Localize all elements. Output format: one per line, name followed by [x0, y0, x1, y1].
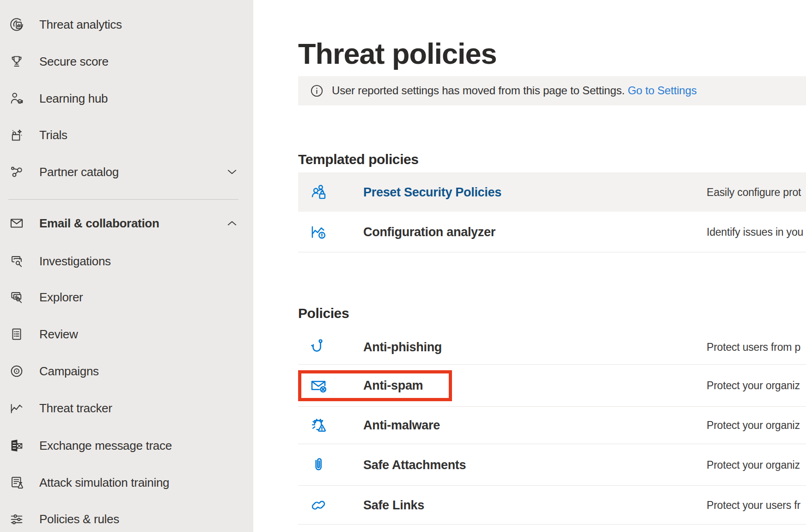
defender-portal-screen: Threat analytics Secure score [0, 0, 806, 532]
row-title[interactable]: Safe Links [363, 498, 424, 512]
sidebar-item-label: Learning hub [39, 92, 108, 106]
chevron-down-icon[interactable] [226, 165, 238, 178]
email-icon [8, 215, 25, 232]
row-title[interactable]: Anti-malware [363, 418, 440, 433]
partner-catalog-icon [8, 164, 25, 180]
sidebar-item-email-collaboration[interactable]: Email & collaboration [0, 205, 253, 242]
chevron-up-icon[interactable] [226, 217, 238, 230]
investigations-icon [8, 253, 25, 269]
sidebar-item-review[interactable]: Review [0, 316, 253, 353]
row-description: Protect your organiz [707, 379, 800, 392]
main-content: Threat policies User reported settings h… [253, 0, 806, 532]
secure-score-icon [8, 53, 25, 70]
row-description: Protect your organiz [707, 419, 800, 432]
sidebar-item-exchange-message-trace[interactable]: Exchange message trace [0, 427, 253, 464]
row-safe-attachments[interactable]: Safe Attachments Protect your organiz [298, 444, 806, 486]
threat-tracker-icon [8, 400, 25, 416]
banner-message: User reported settings has moved from th… [332, 84, 625, 97]
campaigns-icon [8, 363, 25, 379]
row-description: Protect your users fr [707, 499, 800, 511]
learning-hub-icon [8, 90, 25, 107]
sidebar-item-label: Secure score [39, 55, 109, 69]
threat-analytics-icon [8, 16, 25, 33]
row-description: Identify issues in you [707, 226, 803, 238]
row-description: Protect your organiz [707, 459, 800, 471]
sidebar-item-label: Threat analytics [39, 18, 122, 32]
row-title[interactable]: Anti-spam [363, 379, 423, 393]
sidebar-item-secure-score[interactable]: Secure score [0, 43, 253, 80]
sidebar-item-label: Investigations [39, 254, 111, 269]
section-heading-templated-policies: Templated policies [298, 152, 419, 167]
sidebar-item-label: Review [39, 327, 78, 342]
configuration-analyzer-icon [308, 222, 329, 242]
sidebar-item-label: Explorer [39, 290, 83, 305]
row-anti-malware[interactable]: Anti-malware Protect your organiz [298, 407, 806, 444]
trials-icon [8, 127, 25, 143]
exchange-icon [8, 437, 25, 454]
preset-security-policies-icon [308, 182, 329, 202]
row-title[interactable]: Anti-phishing [363, 340, 442, 354]
sidebar-item-partner-catalog[interactable]: Partner catalog [0, 153, 253, 190]
sidebar-item-trials[interactable]: Trials [0, 116, 253, 153]
row-description: Protect users from p [707, 341, 800, 353]
row-title[interactable]: Configuration analyzer [363, 225, 495, 239]
policies-list: Anti-phishing Protect users from p Anti-… [298, 330, 806, 525]
go-to-settings-link[interactable]: Go to Settings [628, 84, 696, 97]
sidebar-divider [8, 199, 238, 200]
row-title[interactable]: Safe Attachments [363, 458, 466, 472]
anti-phishing-icon [308, 337, 329, 357]
sidebar-item-attack-simulation-training[interactable]: Attack simulation training [0, 464, 253, 501]
row-title-link[interactable]: Preset Security Policies [363, 185, 501, 199]
sidebar-item-label: Trials [39, 128, 67, 142]
attack-simulation-icon [8, 474, 25, 491]
sidebar-item-label: Exchange message trace [39, 439, 172, 453]
sidebar: Threat analytics Secure score [0, 0, 253, 532]
sidebar-item-investigations[interactable]: Investigations [0, 243, 253, 280]
review-icon [8, 326, 25, 342]
sidebar-item-label: Policies & rules [39, 512, 119, 526]
sidebar-item-policies-rules[interactable]: Policies & rules [0, 501, 253, 532]
row-preset-security-policies[interactable]: Preset Security Policies Easily configur… [298, 172, 806, 212]
row-description: Easily configure prot [707, 186, 801, 198]
explorer-icon [8, 289, 25, 306]
sidebar-item-threat-tracker[interactable]: Threat tracker [0, 390, 253, 427]
row-safe-links[interactable]: Safe Links Protect your users fr [298, 486, 806, 525]
page-title: Threat policies [298, 37, 497, 70]
safe-attachments-icon [308, 455, 329, 475]
sidebar-item-threat-analytics[interactable]: Threat analytics [0, 6, 253, 43]
sidebar-item-explorer[interactable]: Explorer [0, 279, 253, 316]
row-anti-spam[interactable]: Anti-spam Protect your organiz [298, 365, 806, 407]
row-anti-phishing[interactable]: Anti-phishing Protect users from p [298, 330, 806, 365]
sidebar-item-label: Partner catalog [39, 165, 119, 179]
policies-rules-icon [8, 511, 25, 527]
safe-links-icon [308, 495, 329, 515]
sidebar-item-label: Email & collaboration [39, 216, 159, 231]
sidebar-item-learning-hub[interactable]: Learning hub [0, 80, 253, 117]
info-banner: User reported settings has moved from th… [298, 76, 806, 105]
section-heading-policies: Policies [298, 306, 349, 321]
info-icon [310, 84, 324, 98]
sidebar-item-label: Attack simulation training [39, 476, 169, 490]
row-configuration-analyzer[interactable]: Configuration analyzer Identify issues i… [298, 212, 806, 252]
sidebar-item-campaigns[interactable]: Campaigns [0, 353, 253, 390]
sidebar-item-label: Threat tracker [39, 401, 112, 416]
anti-malware-icon [308, 415, 329, 435]
sidebar-item-label: Campaigns [39, 364, 99, 379]
templated-policies-list: Preset Security Policies Easily configur… [298, 172, 806, 252]
anti-spam-icon [308, 375, 329, 396]
